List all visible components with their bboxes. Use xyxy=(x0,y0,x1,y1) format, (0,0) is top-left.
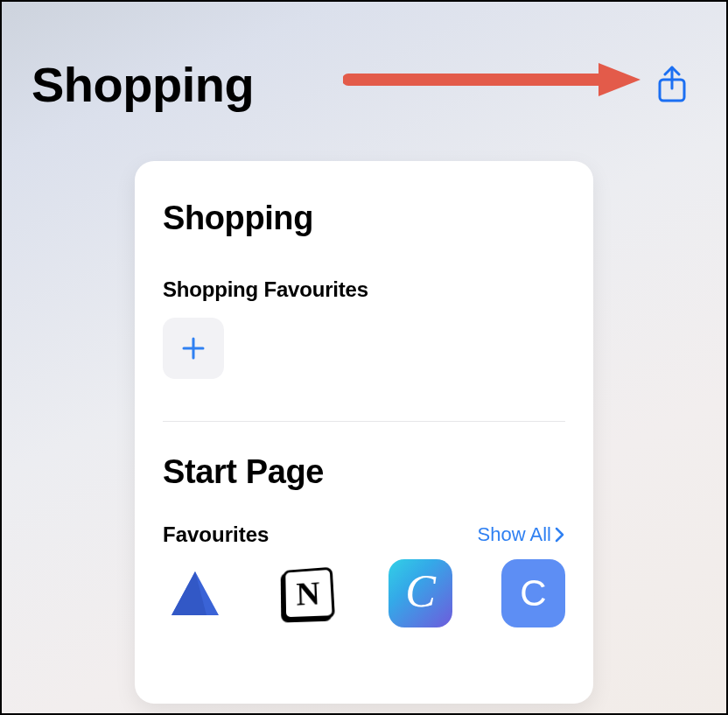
page-title: Shopping xyxy=(32,56,254,113)
divider xyxy=(163,421,565,422)
favourite-icon-c-app[interactable]: C xyxy=(501,559,565,627)
favourites-icon-row: N C C xyxy=(163,559,565,627)
notion-icon: N xyxy=(283,567,335,620)
chevron-right-icon xyxy=(555,527,565,543)
favourites-header-row: Favourites Show All xyxy=(163,522,565,547)
header: Shopping xyxy=(2,2,726,113)
triangle-icon xyxy=(168,566,222,620)
favourite-icon-azure[interactable] xyxy=(163,559,227,627)
plus-icon xyxy=(180,335,206,361)
favourite-icon-notion[interactable]: N xyxy=(276,559,340,627)
letter-c-icon: C xyxy=(520,572,546,614)
card-title: Shopping xyxy=(163,200,565,237)
start-page-title: Start Page xyxy=(163,453,565,491)
share-button[interactable] xyxy=(654,64,690,106)
shopping-favourites-heading: Shopping Favourites xyxy=(163,277,565,302)
show-all-button[interactable]: Show All xyxy=(478,523,565,546)
svg-marker-6 xyxy=(172,571,206,615)
canva-icon: C xyxy=(405,569,436,614)
svg-marker-5 xyxy=(172,571,219,615)
content-card: Shopping Shopping Favourites Start Page … xyxy=(135,161,593,704)
show-all-label: Show All xyxy=(478,523,551,546)
share-icon xyxy=(656,66,688,104)
favourite-icon-canva[interactable]: C xyxy=(388,559,452,627)
favourites-heading: Favourites xyxy=(163,522,269,547)
add-favourite-button[interactable] xyxy=(163,318,224,379)
